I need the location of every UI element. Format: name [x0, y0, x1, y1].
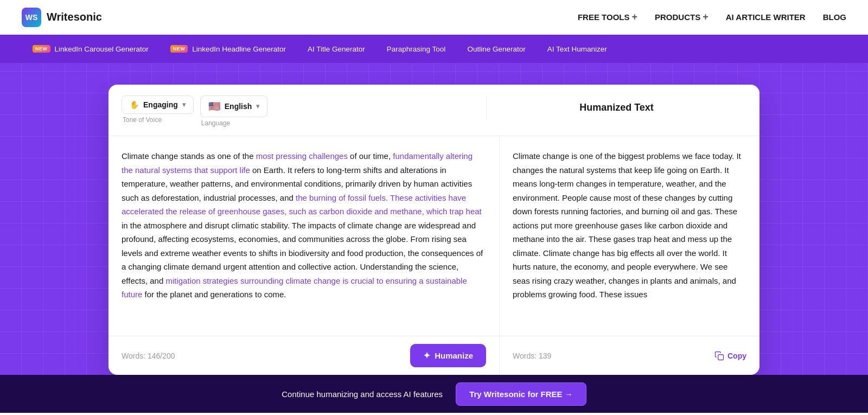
right-footer: Words: 139 Copy: [499, 336, 760, 375]
language-label: Language: [200, 119, 268, 127]
cta-button[interactable]: Try Writesonic for FREE →: [456, 382, 586, 406]
tone-dropdown-group: ✋ Engaging ▾ Tone of Voice: [122, 95, 194, 127]
language-chevron-icon: ▾: [256, 103, 259, 110]
free-tools-plus-icon: +: [632, 11, 638, 23]
right-panel: Climate change is one of the biggest pro…: [499, 136, 760, 336]
right-panel-title: Humanized Text: [579, 102, 654, 113]
left-word-count: Words: 146/200: [122, 352, 175, 360]
left-panel: Climate change stands as one of the most…: [108, 136, 499, 336]
main-card: ✋ Engaging ▾ Tone of Voice 🇺🇸 English ▾ …: [108, 85, 760, 375]
new-badge-carousel: NEW: [33, 45, 50, 53]
nav-free-tools[interactable]: FREE TOOLS +: [578, 11, 637, 23]
subnav-linkedin-carousel[interactable]: NEW LinkedIn Carousel Generator: [22, 35, 159, 63]
site-header: WS Writesonic FREE TOOLS + PRODUCTS + AI…: [0, 0, 868, 35]
tone-value: Engaging: [143, 100, 178, 109]
controls-row: ✋ Engaging ▾ Tone of Voice 🇺🇸 English ▾ …: [108, 85, 760, 136]
tone-emoji: ✋: [130, 100, 139, 109]
humanize-button[interactable]: ✦ Humanize: [410, 344, 486, 367]
main-nav: FREE TOOLS + PRODUCTS + AI ARTICLE WRITE…: [578, 11, 846, 23]
left-footer: Words: 146/200 ✦ Humanize: [108, 336, 499, 375]
tone-chevron-icon: ▾: [182, 101, 186, 108]
card-footer: Words: 146/200 ✦ Humanize Words: 139 Cop…: [108, 336, 760, 375]
logo-area[interactable]: WS Writesonic: [22, 8, 102, 27]
subnav-linkedin-headline[interactable]: NEW LinkedIn Headline Generator: [159, 35, 297, 63]
subnav-bar: NEW LinkedIn Carousel Generator NEW Link…: [0, 35, 868, 63]
language-dropdown-group: 🇺🇸 English ▾ Language: [200, 95, 268, 127]
nav-article-writer[interactable]: AI ARTICLE WRITER: [726, 12, 806, 22]
subnav-paraphrasing[interactable]: Paraphrasing Tool: [376, 35, 457, 63]
copy-icon: [714, 351, 724, 361]
right-word-count: Words: 139: [513, 352, 551, 360]
svg-rect-0: [718, 354, 724, 360]
nav-blog[interactable]: BLOG: [823, 12, 846, 22]
purple-background: ✋ Engaging ▾ Tone of Voice 🇺🇸 English ▾ …: [0, 63, 868, 375]
subnav-humanizer[interactable]: AI Text Humanizer: [537, 35, 618, 63]
cta-text: Continue humanizing and access AI featur…: [282, 390, 443, 399]
nav-products[interactable]: PRODUCTS +: [655, 11, 709, 23]
subnav-outline[interactable]: Outline Generator: [456, 35, 536, 63]
language-value: English: [225, 102, 252, 111]
bottom-cta-bar: Continue humanizing and access AI featur…: [0, 375, 868, 413]
tone-label: Tone of Voice: [122, 116, 194, 124]
products-plus-icon: +: [703, 11, 709, 23]
tone-dropdown[interactable]: ✋ Engaging ▾: [122, 95, 194, 114]
logo-text: Writesonic: [47, 11, 102, 23]
logo-icon: WS: [22, 8, 41, 27]
new-badge-headline: NEW: [170, 45, 188, 53]
right-panel-header: Humanized Text: [486, 95, 746, 120]
language-flag: 🇺🇸: [208, 100, 220, 112]
cta-button-label: Try Writesonic for FREE →: [469, 390, 573, 399]
copy-label: Copy: [727, 352, 746, 360]
output-text-content: Climate change is one of the biggest pro…: [513, 149, 746, 323]
input-text-content[interactable]: Climate change stands as one of the most…: [122, 149, 486, 323]
left-controls: ✋ Engaging ▾ Tone of Voice 🇺🇸 English ▾ …: [122, 95, 486, 136]
humanize-label: Humanize: [435, 351, 473, 360]
subnav-ai-title[interactable]: AI Title Generator: [297, 35, 376, 63]
copy-button[interactable]: Copy: [714, 351, 746, 361]
sparkle-icon: ✦: [423, 350, 430, 361]
content-area: Climate change stands as one of the most…: [108, 136, 760, 336]
language-dropdown[interactable]: 🇺🇸 English ▾: [200, 95, 268, 117]
